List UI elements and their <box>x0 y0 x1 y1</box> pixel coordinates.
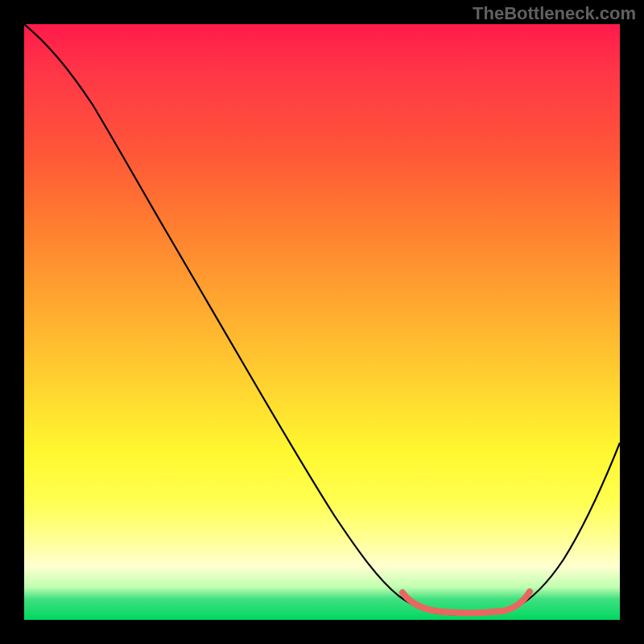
watermark-text: TheBottleneck.com <box>473 3 636 24</box>
bottleneck-curve-path <box>24 24 620 614</box>
chart-plot-area <box>24 24 620 620</box>
curve-svg <box>24 24 620 620</box>
optimal-band-marker <box>402 592 530 613</box>
